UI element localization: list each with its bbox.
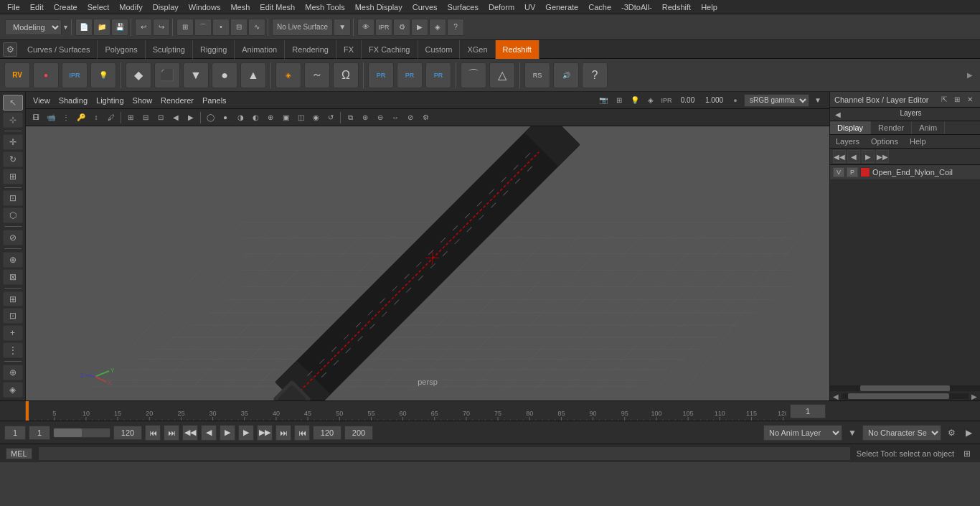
cb-dock-btn[interactable]: ⊞: [951, 94, 963, 106]
shelf-scroll-right[interactable]: ▶: [964, 70, 976, 81]
shelf-icon-pr1[interactable]: PR: [368, 62, 394, 88]
cb-scrollbar-thumb[interactable]: [860, 385, 950, 391]
menu-mesh-tools[interactable]: Mesh Tools: [301, 0, 349, 14]
menu-edit-mesh[interactable]: Edit Mesh: [255, 0, 299, 14]
pb-range-end-input[interactable]: [113, 426, 142, 440]
menu-windows[interactable]: Windows: [184, 0, 225, 14]
shelf-icon-light[interactable]: 💡: [90, 62, 116, 88]
shelf-icon-sphere[interactable]: ●: [212, 62, 237, 88]
pb-go-start-btn[interactable]: ⏮: [145, 425, 161, 441]
tab-xgen[interactable]: XGen: [460, 40, 495, 59]
shelf-icon-rec[interactable]: ●: [33, 62, 59, 88]
menu-select[interactable]: Select: [83, 0, 114, 14]
vp2-arrow-btn[interactable]: ↕: [89, 111, 103, 124]
shelf-icon-triangle[interactable]: △: [489, 62, 515, 88]
cb-arrow-left-icon[interactable]: ◀: [833, 109, 843, 119]
tab-rendering[interactable]: Rendering: [285, 40, 336, 59]
tab-curves-surfaces[interactable]: Curves / Surfaces: [20, 40, 98, 59]
pb-range-slider[interactable]: [53, 428, 110, 438]
move-tool-btn[interactable]: ✛: [3, 134, 23, 150]
pb-step-back-btn[interactable]: ⏭: [164, 425, 179, 441]
viewport[interactable]: View Shading Lighting Show Renderer Pane…: [26, 92, 829, 400]
layer-visibility-btn[interactable]: V: [833, 167, 844, 177]
shelf-icon-lasso[interactable]: Ω: [333, 62, 359, 88]
snap-surface-btn[interactable]: ∿: [248, 19, 265, 36]
layer-playback-btn[interactable]: P: [847, 167, 858, 177]
cb-hscroll-thumb[interactable]: [848, 393, 950, 399]
layer-menu-options[interactable]: Options: [865, 135, 904, 148]
extra2-btn[interactable]: ◈: [3, 382, 23, 398]
tab-animation[interactable]: Animation: [235, 40, 285, 59]
scale-tool-btn[interactable]: ⊞: [3, 169, 23, 184]
rotate-tool-btn[interactable]: ↻: [3, 151, 23, 167]
mel-input-field[interactable]: [38, 446, 851, 461]
question-btn[interactable]: ?: [447, 19, 464, 36]
live-surface-arrow[interactable]: ▼: [334, 19, 351, 36]
redo-btn[interactable]: ↪: [153, 19, 170, 36]
menu-file[interactable]: File: [3, 0, 24, 14]
vp-menu-panels[interactable]: Panels: [199, 96, 230, 105]
pb-go-end-btn[interactable]: ⏮: [294, 425, 310, 441]
tab-fx[interactable]: FX: [336, 40, 362, 59]
pb-next-frame-btn[interactable]: ▶: [238, 425, 254, 441]
menu-cache[interactable]: Cache: [584, 0, 616, 14]
vp2-iso-btn[interactable]: ⧉: [343, 111, 357, 124]
vp2-ao-btn[interactable]: ◉: [308, 111, 323, 124]
vp2-light2-btn[interactable]: ◐: [248, 111, 263, 124]
vp2-manip-btn[interactable]: ↔: [388, 111, 402, 124]
menu-redshift[interactable]: Redshift: [658, 0, 695, 14]
snap-btn[interactable]: ⊕: [3, 252, 23, 268]
shader-btn[interactable]: ◈: [429, 19, 446, 36]
channel-box-scrollbar[interactable]: [830, 385, 980, 392]
shelf-icon-pr3[interactable]: PR: [425, 62, 451, 88]
pb-prev-frame-btn[interactable]: ◀: [201, 425, 217, 441]
shelf-icon-help[interactable]: ?: [582, 62, 608, 88]
open-scene-btn[interactable]: 📁: [93, 19, 110, 36]
shelf-icon-cone[interactable]: ▲: [240, 62, 266, 88]
display-layer-btn[interactable]: ⊞: [3, 291, 23, 307]
snap-grid-btn[interactable]: ⊞: [176, 19, 194, 36]
render-layer-btn[interactable]: ⊡: [3, 308, 23, 324]
menu-edit[interactable]: Edit: [26, 0, 48, 14]
ipr-btn[interactable]: IPR: [375, 19, 392, 36]
vp-menu-lighting[interactable]: Lighting: [93, 96, 127, 105]
select-tool-btn[interactable]: ↖: [3, 95, 23, 111]
vp2-snap-btn[interactable]: ⊘: [403, 111, 418, 124]
pb-char-set-arrow[interactable]: ▶: [961, 426, 976, 440]
layer-arrow-left-btn[interactable]: ◀◀: [833, 150, 846, 163]
tab-sculpting[interactable]: Sculpting: [146, 40, 193, 59]
soft-select-btn[interactable]: ⬡: [3, 207, 23, 223]
vp2-cam-btn[interactable]: 🎞: [29, 111, 43, 124]
shelf-icon-rv[interactable]: RV: [4, 62, 30, 88]
mel-label-btn[interactable]: MEL: [6, 448, 32, 459]
vp-light-icon[interactable]: 💡: [628, 94, 642, 107]
menu-curves[interactable]: Curves: [408, 0, 442, 14]
workspace-dropdown[interactable]: Modeling: [5, 19, 62, 35]
tab-redshift[interactable]: Redshift: [496, 40, 540, 59]
tab-fx-caching[interactable]: FX Caching: [362, 40, 418, 59]
vp2-hud-btn[interactable]: ⊖: [373, 111, 387, 124]
vp2-xray-btn[interactable]: ⊛: [358, 111, 372, 124]
snap-view-btn[interactable]: ⊟: [230, 19, 248, 36]
menu-surfaces[interactable]: Surfaces: [443, 0, 483, 14]
vp-menu-view[interactable]: View: [30, 96, 53, 105]
crease-btn[interactable]: +: [3, 325, 23, 341]
pb-anim-layer-arrow[interactable]: ▼: [845, 426, 859, 440]
current-frame-input[interactable]: [790, 404, 826, 418]
vp-grid-icon[interactable]: ⊞: [612, 94, 626, 107]
pb-play-back-btn[interactable]: ◀◀: [182, 425, 198, 441]
canvas-area[interactable]: Y X Z persp: [26, 126, 829, 400]
paint-btn[interactable]: ⊘: [3, 230, 23, 245]
vp2-cam2-btn[interactable]: 📹: [44, 111, 58, 124]
layer-entry[interactable]: V P Open_End_Nylon_Coil: [830, 165, 980, 180]
vp2-sphere-btn[interactable]: ●: [218, 111, 232, 124]
cb-tab-anim[interactable]: Anim: [912, 121, 945, 134]
pb-anim-layer-select[interactable]: No Anim Layer: [763, 425, 842, 441]
vp2-sphere2-btn[interactable]: ◑: [233, 111, 248, 124]
render-view-btn[interactable]: 👁: [357, 19, 374, 36]
universal-manip-btn[interactable]: ⊡: [3, 190, 23, 206]
layer-arrow-left2-btn[interactable]: ◀: [847, 150, 860, 163]
menu-modify[interactable]: Modify: [115, 0, 146, 14]
vp2-prev-btn[interactable]: ◀: [169, 111, 183, 124]
lasso-tool-btn[interactable]: ⊹: [3, 112, 23, 128]
